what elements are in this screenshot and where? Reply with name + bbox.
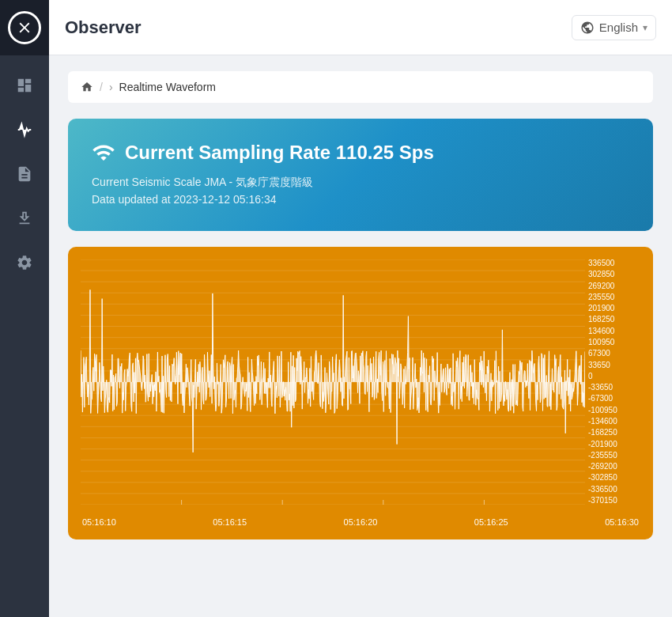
y-axis-label: -336500 [588,486,640,494]
y-axis-label: 134600 [588,327,640,335]
y-axis-label: 269200 [588,282,640,290]
breadcrumb-separator: / [100,81,103,93]
sidebar-item-report[interactable] [0,152,49,196]
seismic-scale-label: Current Seismic Scale JMA - 気象庁震度階級 [92,176,629,190]
y-axis-label: -235550 [588,452,640,460]
data-updated-label: Data updated at 2023-12-12 05:16:34 [92,193,629,206]
sidebar-item-dashboard[interactable] [0,63,49,108]
sidebar [0,0,49,617]
breadcrumb: / › Realtime Waveform [68,71,653,103]
y-axis-label: -302850 [588,474,640,482]
app-logo[interactable] [0,0,49,55]
y-axis-label: 0 [588,373,640,380]
info-card: Current Sampling Rate 110.25 Sps Current… [68,119,653,231]
dashboard-icon [16,77,33,94]
waveform-inner: 3365003028502692002355502019001682501346… [81,259,640,513]
sidebar-item-settings[interactable] [0,240,49,285]
signal-icon [92,141,115,165]
language-label: English [599,21,638,34]
y-axis-label: -269200 [588,463,640,471]
dropdown-arrow: ▾ [643,22,647,33]
y-axis-label: -370150 [588,497,640,505]
info-card-title: Current Sampling Rate 110.25 Sps [92,141,629,165]
home-icon [81,81,93,93]
breadcrumb-current: Realtime Waveform [119,81,216,93]
x-axis-label: 05:16:10 [82,517,116,527]
y-axis-label: 336500 [588,259,640,267]
y-axis-label: -134600 [588,418,640,426]
app-title: Observer [65,17,572,38]
x-axis-label: 05:16:30 [605,517,639,527]
y-axis-label: -100950 [588,407,640,414]
sidebar-item-waveform[interactable] [0,108,49,152]
report-icon [16,165,33,183]
globe-icon [580,21,595,35]
sidebar-nav [0,55,49,285]
settings-icon [16,254,33,271]
y-axis-label: -33650 [588,384,640,392]
sampling-rate-text: Current Sampling Rate 110.25 Sps [125,142,434,164]
y-axis-label: 33650 [588,361,640,369]
waveform-area [81,259,585,513]
breadcrumb-chevron: › [109,81,113,93]
x-axis-label: 05:16:15 [213,517,247,527]
logo-icon [16,19,33,36]
waveform-card: 3365003028502692002355502019001682501346… [68,247,653,539]
y-axis-label: 168250 [588,316,640,324]
waveform-y-axis: 3365003028502692002355502019001682501346… [585,259,640,505]
sidebar-item-download[interactable] [0,196,49,240]
waveform-canvas [81,259,585,505]
y-axis-label: -67300 [588,395,640,403]
y-axis-label: 302850 [588,271,640,278]
page-content: / › Realtime Waveform Current Sampling R… [49,55,672,617]
main-content: Observer English ▾ / › Realtime Waveform [49,0,672,617]
y-axis-label: -168250 [588,429,640,437]
y-axis-label: 201900 [588,305,640,312]
language-selector[interactable]: English ▾ [572,15,656,40]
download-icon [16,210,33,227]
header: Observer English ▾ [49,0,672,55]
y-axis-label: 235550 [588,293,640,301]
wifi-icon [92,141,115,165]
waveform-icon [16,121,33,138]
x-axis-label: 05:16:25 [474,517,508,527]
x-axis-label: 05:16:20 [344,517,378,527]
waveform-x-axis: 05:16:1005:16:1505:16:2005:16:2505:16:30 [81,517,640,527]
y-axis-label: -201900 [588,441,640,449]
logo-circle [8,11,41,44]
y-axis-label: 67300 [588,350,640,358]
y-axis-label: 100950 [588,339,640,346]
